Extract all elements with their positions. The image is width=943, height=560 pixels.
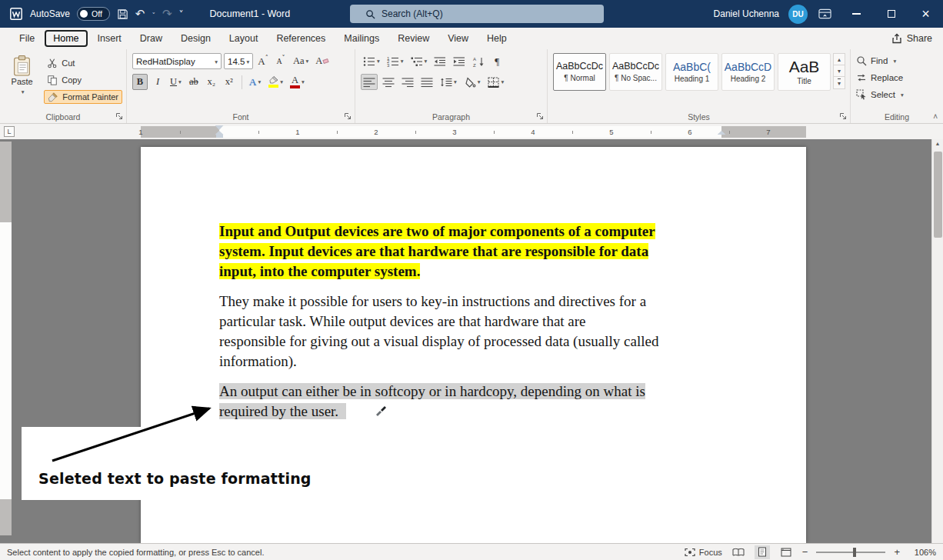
share-button[interactable]: Share [891, 33, 932, 44]
svg-text:3: 3 [387, 62, 390, 67]
bullets-button[interactable] [361, 53, 382, 69]
zoom-slider-thumb[interactable] [853, 548, 856, 557]
focus-button[interactable]: Focus [685, 548, 722, 557]
tab-list: FileHomeInsertDrawDesignLayoutReferences… [11, 30, 515, 47]
avatar[interactable]: DU [788, 5, 808, 24]
borders-button[interactable] [485, 74, 507, 90]
print-layout-button[interactable] [755, 545, 770, 559]
paragraph-2[interactable]: They make it possible for users to key-i… [219, 292, 761, 372]
sort-button[interactable]: AZ [470, 53, 487, 69]
word-logo-icon[interactable] [9, 7, 23, 21]
font-color-button[interactable]: A [288, 74, 307, 90]
clear-formatting-button[interactable]: A [313, 53, 331, 69]
italic-button[interactable]: I [150, 74, 165, 90]
shading-button[interactable] [462, 74, 483, 90]
undo-dropdown-icon[interactable] [152, 8, 155, 20]
maximize-button[interactable] [874, 0, 908, 28]
tab-design[interactable]: Design [172, 30, 219, 47]
font-dialog-launcher[interactable] [344, 112, 352, 120]
zoom-slider[interactable] [816, 552, 885, 553]
scrollbar-thumb[interactable] [934, 152, 942, 238]
zoom-in-button[interactable] [894, 546, 900, 558]
horizontal-ruler[interactable]: 11234567 [141, 126, 806, 138]
zoom-out-button[interactable] [802, 546, 808, 558]
collapse-ribbon-button[interactable] [933, 112, 938, 121]
style-no-spac[interactable]: AaBbCcDc¶ No Spac... [609, 53, 662, 91]
justify-button[interactable] [418, 74, 435, 90]
vertical-ruler[interactable] [0, 142, 12, 535]
style-heading-2[interactable]: AaBbCcDHeading 2 [721, 53, 775, 91]
scroll-up-icon[interactable] [932, 141, 943, 146]
close-button[interactable] [908, 0, 943, 28]
font-name-select[interactable]: RedHatDisplay [132, 53, 222, 69]
line-spacing-button[interactable] [438, 74, 459, 90]
tab-references[interactable]: References [268, 30, 334, 47]
tab-home[interactable]: Home [45, 30, 87, 47]
style-normal[interactable]: AaBbCcDc¶ Normal [553, 53, 606, 91]
tab-draw[interactable]: Draw [132, 30, 171, 47]
save-button[interactable] [117, 8, 128, 20]
redo-button[interactable] [162, 8, 172, 20]
tab-mailings[interactable]: Mailings [335, 30, 388, 47]
find-button[interactable]: Find [856, 53, 939, 68]
multilevel-list-button[interactable] [408, 53, 430, 69]
bold-button[interactable]: B [132, 74, 148, 90]
paragraph-3[interactable]: An output can either be in softcopy or i… [219, 382, 761, 422]
style-title[interactable]: AaBTitle [778, 53, 831, 91]
format-painter-button[interactable]: Format Painter [44, 90, 122, 104]
font-size-select[interactable]: 14.5 [224, 53, 253, 69]
undo-button[interactable] [135, 8, 145, 20]
replace-button[interactable]: Replace [856, 70, 939, 85]
align-left-button[interactable] [361, 74, 378, 90]
tab-file[interactable]: File [11, 30, 43, 47]
tab-view[interactable]: View [439, 30, 477, 47]
numbering-button[interactable]: 1 2 3 [385, 53, 406, 69]
tab-insert[interactable]: Insert [89, 30, 130, 47]
ribbon-display-options-button[interactable] [818, 8, 831, 19]
styles-scroll-down-button[interactable] [834, 65, 845, 77]
zoom-level[interactable]: 106% [908, 548, 936, 557]
read-mode-button[interactable] [731, 545, 746, 559]
search-input[interactable]: Search (Alt+Q) [350, 5, 604, 23]
tab-review[interactable]: Review [389, 30, 438, 47]
ruler-tick [415, 131, 416, 134]
text-effects-button[interactable]: A [247, 74, 264, 90]
clipboard-dialog-launcher[interactable] [115, 112, 123, 120]
web-layout-button[interactable] [778, 545, 794, 559]
user-name[interactable]: Daniel Uchenna [714, 8, 779, 19]
superscript-button[interactable]: x² [222, 74, 237, 90]
cut-button[interactable]: Cut [44, 56, 122, 70]
align-right-button[interactable] [399, 74, 416, 90]
minimize-button[interactable] [839, 0, 874, 28]
grow-font-button[interactable]: A˄ [255, 53, 271, 69]
customize-quick-access-button[interactable] [179, 8, 184, 20]
decrease-indent-button[interactable] [432, 53, 448, 69]
subscript-button[interactable]: x₂ [204, 74, 219, 90]
styles-dialog-launcher[interactable] [839, 112, 847, 120]
paste-button[interactable]: Paste [5, 53, 38, 110]
style-heading-1[interactable]: AaBbC(Heading 1 [665, 53, 718, 91]
select-button[interactable]: Select [856, 87, 939, 102]
styles-scroll-up-button[interactable] [834, 54, 845, 65]
autosave-toggle[interactable]: Off [77, 7, 110, 21]
tab-stop-selector[interactable] [4, 126, 15, 137]
web-layout-icon [781, 548, 791, 557]
vertical-scrollbar[interactable] [931, 139, 943, 543]
shrink-font-button[interactable]: A˅ [273, 53, 288, 69]
strikethrough-button[interactable]: ab [186, 74, 202, 90]
underline-button[interactable]: U [168, 74, 184, 90]
show-formatting-marks-button[interactable] [489, 53, 505, 69]
left-indent-marker[interactable] [216, 135, 223, 138]
titlebar-right: Daniel Uchenna DU [714, 0, 943, 28]
paragraph-dialog-launcher[interactable] [536, 112, 544, 120]
style-label: Heading 2 [731, 75, 766, 83]
align-center-button[interactable] [380, 74, 397, 90]
text-highlight-button[interactable] [265, 74, 285, 90]
tab-help[interactable]: Help [478, 30, 515, 47]
styles-more-button[interactable] [834, 77, 845, 88]
paragraph-1[interactable]: Input and Output devices are two of majo… [219, 222, 761, 282]
tab-layout[interactable]: Layout [221, 30, 267, 47]
copy-button[interactable]: Copy [44, 73, 122, 87]
change-case-button[interactable]: Aa [291, 53, 311, 69]
increase-indent-button[interactable] [451, 53, 468, 69]
